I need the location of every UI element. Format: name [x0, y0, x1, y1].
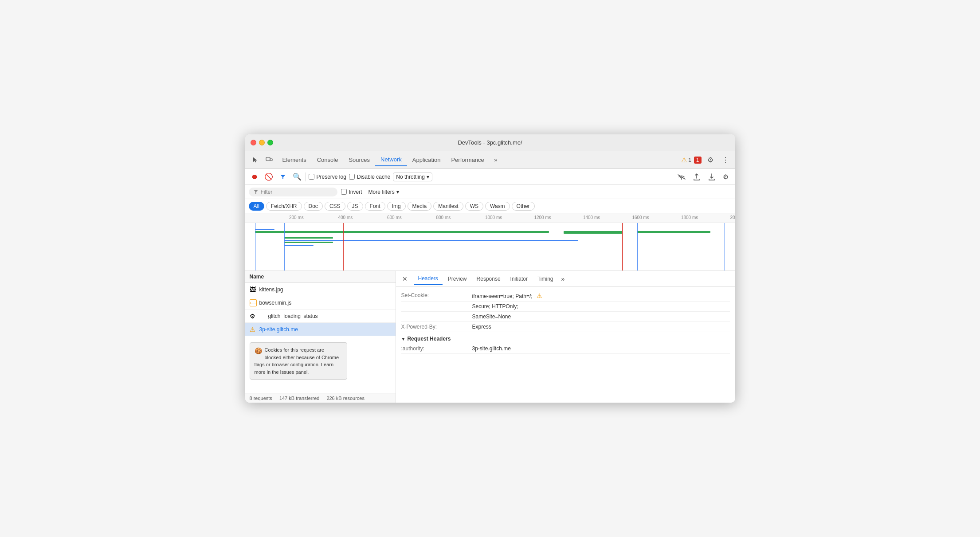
- maximize-button[interactable]: [267, 140, 273, 145]
- close-button[interactable]: [251, 140, 256, 145]
- toolbar-icons-right: [676, 171, 717, 183]
- requests-header: Name: [245, 271, 396, 283]
- svg-rect-0: [266, 157, 270, 161]
- request-item-3p-site[interactable]: ⚠ 3p-site.glitch.me: [245, 323, 396, 336]
- warn-badge[interactable]: ⚠ 1: [681, 156, 691, 164]
- preserve-log-label[interactable]: Preserve log: [309, 174, 346, 180]
- headers-tabs: ✕ Headers Preview Response Initiator Tim…: [396, 271, 735, 287]
- type-pill-font[interactable]: Font: [365, 202, 385, 211]
- invert-label[interactable]: Invert: [341, 189, 362, 195]
- devtools-body: Elements Console Sources Network Applica…: [245, 151, 735, 403]
- timeline-line-green-1: [255, 231, 549, 233]
- error-badge[interactable]: 1: [694, 157, 702, 164]
- timeline-line-green-2: [284, 237, 333, 239]
- preserve-log-checkbox[interactable]: [309, 174, 314, 180]
- ruler-mark: 1400 ms: [583, 215, 600, 220]
- settings-icon[interactable]: ⚙: [704, 154, 717, 166]
- ruler-mark: 200 ms: [289, 215, 304, 220]
- request-item-kittens[interactable]: 🖼 kittens.jpg: [245, 283, 396, 296]
- type-pill-ws[interactable]: WS: [465, 202, 483, 211]
- offline-icon[interactable]: [676, 171, 687, 183]
- filter-icon[interactable]: [277, 171, 289, 183]
- download-icon[interactable]: [706, 171, 717, 183]
- search-button[interactable]: 🔍: [291, 171, 303, 183]
- error-count: 1: [694, 157, 702, 164]
- nav-tabs: Elements Console Sources Network Applica…: [245, 151, 735, 169]
- timeline-body: [245, 223, 735, 271]
- triangle-icon: ▼: [401, 337, 406, 341]
- filter-input-wrap[interactable]: [249, 188, 337, 196]
- tab-headers[interactable]: Headers: [414, 273, 443, 285]
- nav-right: ⚠ 1 1 ⚙ ⋮: [681, 154, 731, 166]
- tab-performance[interactable]: Performance: [446, 154, 489, 166]
- timeline-selection-start: [255, 223, 256, 271]
- set-cookie-warning-icon: ⚠: [537, 292, 542, 299]
- timeline-line-blue-3: [284, 245, 314, 246]
- header-value-authority: 3p-site.glitch.me: [472, 345, 730, 352]
- headers-panel: ✕ Headers Preview Response Initiator Tim…: [396, 271, 735, 403]
- network-settings-icon[interactable]: ⚙: [720, 171, 732, 183]
- tab-console[interactable]: Console: [312, 154, 344, 166]
- status-requests: 8 requests: [250, 396, 272, 401]
- tab-timing[interactable]: Timing: [533, 273, 558, 285]
- type-filters: AllFetch/XHRDocCSSJSFontImgMediaManifest…: [245, 199, 735, 213]
- type-pill-all[interactable]: All: [249, 202, 264, 211]
- clear-button[interactable]: 🚫: [263, 171, 274, 183]
- type-pill-doc[interactable]: Doc: [304, 202, 323, 211]
- tab-application[interactable]: Application: [407, 154, 446, 166]
- device-toolbar-icon[interactable]: [263, 154, 275, 166]
- type-pill-css[interactable]: CSS: [325, 202, 345, 211]
- ruler-mark: 800 ms: [436, 215, 451, 220]
- tab-elements[interactable]: Elements: [277, 154, 312, 166]
- close-panel-button[interactable]: ✕: [400, 274, 410, 284]
- ruler-mark: 1600 ms: [632, 215, 649, 220]
- type-pill-wasm[interactable]: Wasm: [485, 202, 510, 211]
- timeline-line-green-3: [284, 242, 333, 243]
- status-transferred: 147 kB transferred: [279, 396, 320, 401]
- split-view: Name 🖼 kittens.jpg ⟵ bowser.min.js ⚙ ___…: [245, 271, 735, 403]
- more-filters-button[interactable]: More filters ▾: [366, 188, 402, 196]
- more-options-icon[interactable]: ⋮: [719, 154, 732, 166]
- invert-checkbox[interactable]: [341, 189, 347, 195]
- requests-list: 🖼 kittens.jpg ⟵ bowser.min.js ⚙ ___glitc…: [245, 283, 396, 393]
- timeline-selection-end: [724, 223, 725, 271]
- warning-icon: ⚠: [681, 156, 687, 164]
- filter-input[interactable]: [261, 189, 327, 195]
- more-tabs-icon[interactable]: »: [490, 154, 502, 166]
- disable-cache-checkbox[interactable]: [349, 174, 355, 180]
- tab-response[interactable]: Response: [472, 273, 505, 285]
- minimize-button[interactable]: [259, 140, 265, 145]
- header-row-set-cookie-cont1: Secure; HTTPOnly;: [401, 302, 730, 312]
- more-header-tabs-icon[interactable]: »: [559, 274, 568, 284]
- disable-cache-label[interactable]: Disable cache: [349, 174, 390, 180]
- requests-panel: Name 🖼 kittens.jpg ⟵ bowser.min.js ⚙ ___…: [245, 271, 396, 403]
- header-row-set-cookie-cont2: SameSite=None: [401, 312, 730, 322]
- timeline-vline-blue-2: [637, 223, 638, 271]
- request-item-bowser[interactable]: ⟵ bowser.min.js: [245, 296, 396, 310]
- stop-recording-button[interactable]: ⏺: [249, 171, 260, 183]
- status-bar: 8 requests 147 kB transferred 226 kB res…: [245, 393, 396, 403]
- request-item-glitch-status[interactable]: ⚙ ___glitch_loading_status___: [245, 310, 396, 323]
- tab-preview[interactable]: Preview: [443, 273, 471, 285]
- ruler-mark: 600 ms: [387, 215, 402, 220]
- bowser-icon: ⟵: [250, 299, 257, 306]
- ruler-mark: 1800 ms: [681, 215, 698, 220]
- upload-icon[interactable]: [691, 171, 702, 183]
- type-pill-media[interactable]: Media: [408, 202, 432, 211]
- type-pill-img[interactable]: Img: [387, 202, 406, 211]
- type-pill-manifest[interactable]: Manifest: [433, 202, 463, 211]
- header-name-authority: :authority:: [401, 345, 472, 352]
- headers-content: Set-Cookie: iframe-seen=true; Path=/; ⚠ …: [396, 287, 735, 403]
- type-pill-fetch-xhr[interactable]: Fetch/XHR: [266, 202, 302, 211]
- type-pill-other[interactable]: Other: [512, 202, 535, 211]
- svg-rect-1: [270, 159, 272, 161]
- more-filters-chevron-icon: ▾: [396, 189, 399, 195]
- tab-sources[interactable]: Sources: [343, 154, 375, 166]
- warn-count: 1: [688, 157, 691, 163]
- throttle-select[interactable]: No throttling ▾: [393, 172, 432, 181]
- tab-initiator[interactable]: Initiator: [506, 273, 532, 285]
- cursor-icon[interactable]: [249, 154, 261, 166]
- tab-network[interactable]: Network: [375, 153, 407, 166]
- type-pill-js[interactable]: JS: [347, 202, 363, 211]
- timeline-vline-red-1: [343, 223, 344, 271]
